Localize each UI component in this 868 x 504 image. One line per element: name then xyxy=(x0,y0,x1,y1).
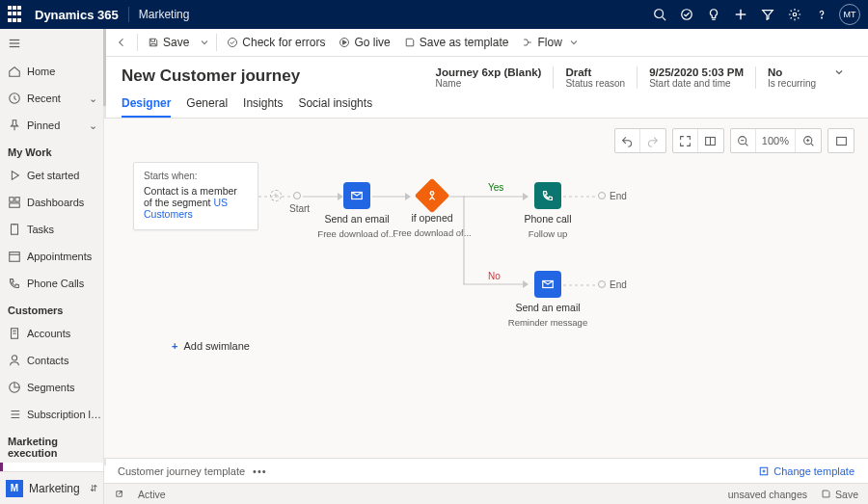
summary-name: Journey 6xp (Blank) xyxy=(436,66,542,78)
node-send-email-2[interactable]: Send an email Reminder message xyxy=(509,271,586,328)
nav-label: Subscription lists xyxy=(27,409,103,420)
updown-icon: ⇵ xyxy=(90,483,97,493)
sidebar-scrollbar[interactable] xyxy=(103,29,106,106)
tab-general[interactable]: General xyxy=(186,96,228,118)
node-subtitle: Follow up xyxy=(529,228,568,239)
plus-icon: + xyxy=(172,340,177,352)
svg-rect-13 xyxy=(15,198,19,201)
nav-home[interactable]: Home xyxy=(0,58,103,85)
svg-rect-15 xyxy=(12,225,18,235)
mail-icon xyxy=(534,271,561,298)
add-swimlane-button[interactable]: +Add swimlane xyxy=(172,340,250,352)
bulb-icon[interactable] xyxy=(700,0,727,29)
svg-point-2 xyxy=(682,10,692,20)
sidebar-toggle[interactable] xyxy=(0,29,103,58)
clipboard-icon xyxy=(8,223,21,236)
status-save-button[interactable]: Save xyxy=(821,489,858,500)
phone2-icon xyxy=(534,182,561,209)
flow-button[interactable]: Flow xyxy=(516,29,584,56)
start-card-body: Contact is a member of the segment US Cu… xyxy=(144,185,248,220)
check-errors-button[interactable]: Check for errors xyxy=(221,29,331,56)
module-name: Marketing xyxy=(139,8,190,21)
app-launcher-icon[interactable] xyxy=(8,6,25,23)
phone-icon xyxy=(8,277,21,290)
list-icon xyxy=(8,408,21,421)
clock-icon xyxy=(8,92,21,105)
help-icon[interactable] xyxy=(808,0,835,29)
save-dropdown[interactable] xyxy=(197,29,212,56)
filter-icon[interactable] xyxy=(754,0,781,29)
add-node-icon[interactable]: + xyxy=(270,190,282,201)
tab-designer[interactable]: Designer xyxy=(122,96,171,118)
summary-label: Start date and time xyxy=(649,78,744,89)
nav-appointments[interactable]: Appointments xyxy=(0,243,103,270)
nav-sublists[interactable]: Subscription lists xyxy=(0,401,103,428)
home-icon xyxy=(8,65,21,78)
change-template-label: Change template xyxy=(773,465,854,477)
node-title: Send an email xyxy=(515,302,580,313)
status-save-label: Save xyxy=(835,489,858,500)
summary-date: 9/25/2020 5:03 PM xyxy=(649,66,744,78)
save-button[interactable]: Save xyxy=(142,29,195,56)
nav-dashboards[interactable]: Dashboards xyxy=(0,189,103,216)
nav-group-mywork: My Work xyxy=(0,139,103,162)
change-template-button[interactable]: Change template xyxy=(758,465,854,477)
node-subtitle: Free download of... xyxy=(317,228,395,239)
template-label: Customer journey template xyxy=(118,465,245,477)
task-icon[interactable] xyxy=(673,0,700,29)
popout-button[interactable] xyxy=(114,489,124,499)
calendar-icon xyxy=(8,250,21,263)
back-button[interactable] xyxy=(110,29,133,56)
pin-icon xyxy=(8,119,21,132)
user-avatar[interactable]: MT xyxy=(839,4,860,25)
gear-icon[interactable] xyxy=(781,0,808,29)
cmd-label: Go live xyxy=(354,36,390,49)
svg-point-0 xyxy=(655,10,664,18)
divider xyxy=(128,7,129,22)
node-send-email-1[interactable]: Send an email Free download of... xyxy=(318,182,395,239)
start-card-header: Starts when: xyxy=(144,171,248,181)
nav-customer-journeys[interactable]: Customer journeys xyxy=(0,463,103,471)
chevron-down-icon: ⌄ xyxy=(89,119,97,132)
nav-pinned[interactable]: Pinned⌄ xyxy=(0,112,103,139)
nav-tasks[interactable]: Tasks xyxy=(0,216,103,243)
svg-point-7 xyxy=(822,17,823,18)
cmd-label: Check for errors xyxy=(242,36,325,49)
go-live-button[interactable]: Go live xyxy=(333,29,395,56)
cmd-label: Save as template xyxy=(420,36,509,49)
nav-recent[interactable]: Recent⌄ xyxy=(0,85,103,112)
svg-rect-16 xyxy=(10,252,20,262)
node-if-opened[interactable]: if opened Free download of... xyxy=(393,183,471,238)
no-label: No xyxy=(488,271,501,281)
tab-insights[interactable]: Insights xyxy=(243,96,283,118)
branch-icon xyxy=(415,178,450,214)
nav-getstarted[interactable]: Get started xyxy=(0,162,103,189)
summary-label: Is recurring xyxy=(768,78,816,89)
area-picker[interactable]: M Marketing ⇵ xyxy=(0,471,103,504)
summary-expand[interactable] xyxy=(827,66,851,78)
node-title: if opened xyxy=(411,212,452,224)
cmd-label: Flow xyxy=(537,36,561,49)
node-phone-call[interactable]: Phone call Follow up xyxy=(509,182,586,239)
search-icon[interactable] xyxy=(646,0,673,29)
node-title: Send an email xyxy=(324,213,389,225)
nav-label: Accounts xyxy=(27,328,103,339)
start-card[interactable]: Starts when: Contact is a member of the … xyxy=(133,162,258,230)
nav-segments[interactable]: Segments xyxy=(0,374,103,401)
play-icon xyxy=(8,169,21,182)
start-label: Start xyxy=(289,203,310,214)
nav-label: Get started xyxy=(27,170,103,181)
template-more-icon[interactable]: ••• xyxy=(253,465,267,477)
plus-icon[interactable] xyxy=(727,0,754,29)
save-as-template-button[interactable]: Save as template xyxy=(398,29,515,56)
area-name: Marketing xyxy=(29,482,84,495)
nav-phonecalls[interactable]: Phone Calls xyxy=(0,270,103,297)
nav-accounts[interactable]: Accounts xyxy=(0,320,103,347)
pie-icon xyxy=(8,381,21,394)
nav-contacts[interactable]: Contacts xyxy=(0,347,103,374)
end-label: End xyxy=(610,191,627,201)
svg-point-50 xyxy=(430,192,434,196)
add-swimlane-label: Add swimlane xyxy=(183,340,249,352)
chevron-down-icon: ⌄ xyxy=(89,93,97,105)
tab-social-insights[interactable]: Social insights xyxy=(298,96,372,118)
